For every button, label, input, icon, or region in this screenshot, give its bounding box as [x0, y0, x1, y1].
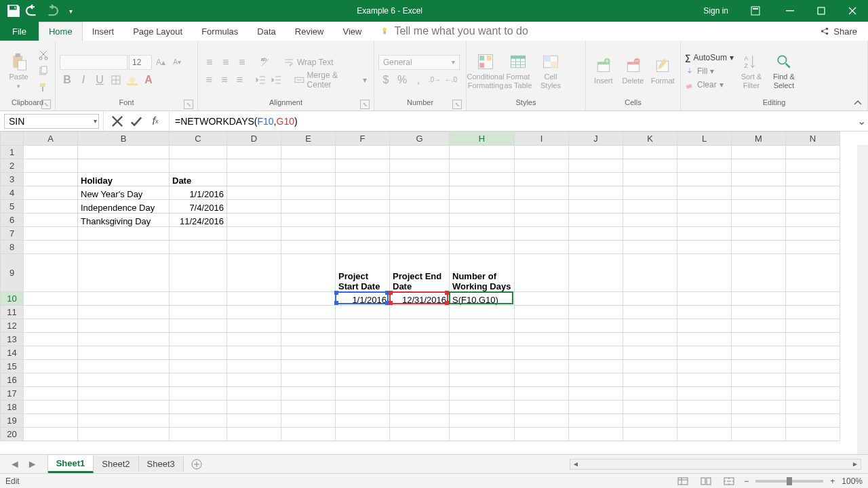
cell-C9[interactable]: [170, 254, 227, 292]
decrease-decimal-icon[interactable]: ←.0: [443, 73, 458, 87]
cell-C2[interactable]: [170, 159, 227, 173]
cell-N18[interactable]: [786, 401, 840, 414]
cell-K4[interactable]: [623, 186, 677, 200]
cell-E15[interactable]: [281, 360, 336, 373]
orientation-icon[interactable]: ab: [258, 55, 273, 70]
cell-K8[interactable]: [623, 241, 677, 254]
cell-K2[interactable]: [623, 159, 677, 173]
cell-G19[interactable]: [390, 414, 450, 428]
cell-I9[interactable]: [515, 254, 569, 292]
cell-E17[interactable]: [281, 387, 336, 401]
cell-L7[interactable]: [677, 227, 732, 241]
cell-A3[interactable]: [24, 173, 78, 186]
cell-G10[interactable]: 12/31/2016: [390, 292, 450, 306]
cancel-formula-icon[interactable]: [111, 115, 124, 128]
tab-view[interactable]: View: [333, 22, 371, 41]
cell-B19[interactable]: [78, 414, 170, 428]
cell-L11[interactable]: [677, 306, 732, 319]
cell-B16[interactable]: [78, 373, 170, 387]
cell-E9[interactable]: [281, 254, 336, 292]
cell-G12[interactable]: [390, 319, 450, 333]
cell-N4[interactable]: [786, 186, 840, 200]
cell-C5[interactable]: 7/4/2016: [170, 200, 227, 214]
cell-A7[interactable]: [24, 227, 78, 241]
sheet-tab-2[interactable]: Sheet2: [94, 456, 138, 472]
cell-K14[interactable]: [623, 346, 677, 360]
cell-I1[interactable]: [515, 146, 569, 159]
fill-button[interactable]: Fill ▾: [685, 64, 734, 78]
row-header-10[interactable]: 10: [1, 292, 24, 306]
cell-G18[interactable]: [390, 401, 450, 414]
cell-G16[interactable]: [390, 373, 450, 387]
sheet-nav-next-icon[interactable]: ►: [27, 458, 38, 470]
cell-B9[interactable]: [78, 254, 170, 292]
cell-E4[interactable]: [281, 186, 336, 200]
cell-G7[interactable]: [390, 227, 450, 241]
format-cells-button[interactable]: Format: [649, 49, 676, 94]
cell-H12[interactable]: [450, 319, 515, 333]
cell-D9[interactable]: [227, 254, 281, 292]
clipboard-launcher-icon[interactable]: ⤡: [41, 100, 51, 109]
cell-B3[interactable]: Holiday: [78, 173, 170, 186]
cell-L13[interactable]: [677, 333, 732, 346]
cell-B18[interactable]: [78, 401, 170, 414]
cell-J7[interactable]: [569, 227, 623, 241]
cell-H6[interactable]: [450, 214, 515, 227]
cell-M20[interactable]: [732, 428, 786, 441]
cell-N15[interactable]: [786, 360, 840, 373]
cell-N13[interactable]: [786, 333, 840, 346]
cell-J10[interactable]: [569, 292, 623, 306]
cell-D20[interactable]: [227, 428, 281, 441]
insert-cells-button[interactable]: Insert: [590, 49, 617, 94]
cell-L20[interactable]: [677, 428, 732, 441]
row-header-4[interactable]: 4: [1, 186, 24, 200]
cell-F13[interactable]: [336, 333, 390, 346]
underline-icon[interactable]: U: [92, 73, 107, 87]
cell-N11[interactable]: [786, 306, 840, 319]
tab-file[interactable]: File: [0, 22, 39, 41]
find-select-button[interactable]: Find & Select: [769, 49, 799, 94]
cell-B5[interactable]: Independence Day: [78, 200, 170, 214]
cell-M14[interactable]: [732, 346, 786, 360]
cell-F5[interactable]: [336, 200, 390, 214]
borders-icon[interactable]: [108, 73, 123, 87]
vertical-scrollbar[interactable]: [857, 145, 868, 454]
decrease-indent-icon[interactable]: [254, 73, 269, 87]
collapse-ribbon-icon[interactable]: [852, 98, 864, 108]
cell-H20[interactable]: [450, 428, 515, 441]
normal-view-icon[interactable]: [675, 475, 691, 487]
cell-L19[interactable]: [677, 414, 732, 428]
cell-J8[interactable]: [569, 241, 623, 254]
cell-B17[interactable]: [78, 387, 170, 401]
cell-E19[interactable]: [281, 414, 336, 428]
cell-J5[interactable]: [569, 200, 623, 214]
cell-H18[interactable]: [450, 401, 515, 414]
cell-H19[interactable]: [450, 414, 515, 428]
cell-K12[interactable]: [623, 319, 677, 333]
save-icon[interactable]: [5, 3, 22, 19]
cell-B14[interactable]: [78, 346, 170, 360]
row-header-14[interactable]: 14: [1, 346, 24, 360]
close-icon[interactable]: [837, 0, 868, 22]
cell-C19[interactable]: [170, 414, 227, 428]
qat-dropdown-icon[interactable]: ▾: [62, 3, 79, 19]
cell-I8[interactable]: [515, 241, 569, 254]
cell-E1[interactable]: [281, 146, 336, 159]
row-header-2[interactable]: 2: [1, 159, 24, 173]
cell-L12[interactable]: [677, 319, 732, 333]
row-header-17[interactable]: 17: [1, 387, 24, 401]
cell-J13[interactable]: [569, 333, 623, 346]
cell-D15[interactable]: [227, 360, 281, 373]
align-top-icon[interactable]: ≡: [202, 55, 217, 70]
row-header-8[interactable]: 8: [1, 241, 24, 254]
cell-B4[interactable]: New Year's Day: [78, 186, 170, 200]
align-middle-icon[interactable]: ≡: [218, 55, 233, 70]
cell-M7[interactable]: [732, 227, 786, 241]
cell-G3[interactable]: [390, 173, 450, 186]
cell-F6[interactable]: [336, 214, 390, 227]
percent-icon[interactable]: %: [395, 73, 410, 87]
col-header-N[interactable]: N: [786, 132, 840, 146]
cell-A5[interactable]: [24, 200, 78, 214]
cell-H11[interactable]: [450, 306, 515, 319]
cell-M12[interactable]: [732, 319, 786, 333]
